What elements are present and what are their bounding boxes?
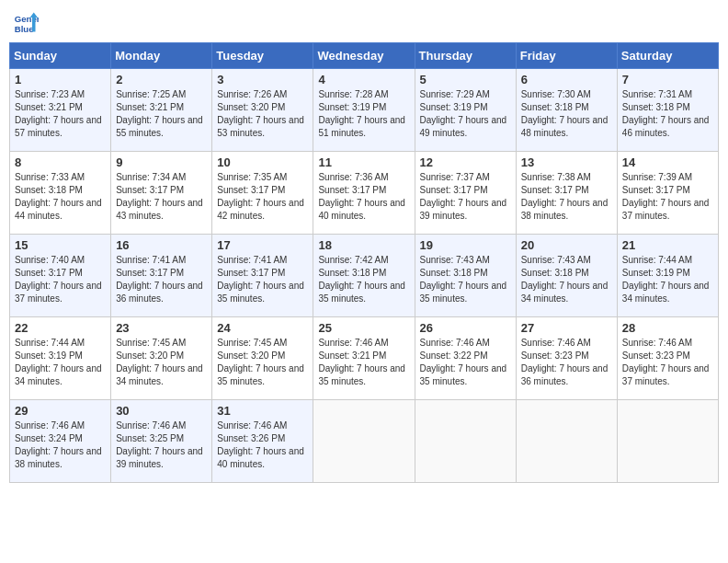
sunset-label: Sunset: 3:18 PM <box>521 102 589 112</box>
sunrise-label: Sunrise: 7:37 AM <box>420 172 490 182</box>
weekday-header-monday: Monday <box>111 43 212 69</box>
day-info: Sunrise: 7:46 AM Sunset: 3:23 PM Dayligh… <box>521 337 612 388</box>
daylight-label: Daylight: 7 hours and 53 minutes. <box>217 115 304 138</box>
sunrise-label: Sunrise: 7:46 AM <box>116 420 186 431</box>
day-info: Sunrise: 7:43 AM Sunset: 3:18 PM Dayligh… <box>420 254 511 305</box>
sunrise-label: Sunrise: 7:26 AM <box>217 89 287 99</box>
calendar-cell: 26 Sunrise: 7:46 AM Sunset: 3:22 PM Dayl… <box>415 317 516 400</box>
sunrise-label: Sunrise: 7:33 AM <box>15 172 85 182</box>
daylight-label: Daylight: 7 hours and 40 minutes. <box>318 198 405 221</box>
day-number: 25 <box>318 321 409 335</box>
daylight-label: Daylight: 7 hours and 57 minutes. <box>15 115 102 138</box>
calendar-cell: 9 Sunrise: 7:34 AM Sunset: 3:17 PM Dayli… <box>111 152 212 235</box>
sunrise-label: Sunrise: 7:46 AM <box>318 338 388 348</box>
sunrise-label: Sunrise: 7:28 AM <box>318 89 388 99</box>
sunrise-label: Sunrise: 7:41 AM <box>217 255 287 265</box>
logo-icon: General Blue <box>13 9 39 35</box>
sunrise-label: Sunrise: 7:30 AM <box>521 89 591 99</box>
day-info: Sunrise: 7:30 AM Sunset: 3:18 PM Dayligh… <box>521 88 612 140</box>
sunrise-label: Sunrise: 7:34 AM <box>116 172 186 182</box>
day-number: 15 <box>15 238 106 252</box>
weekday-header-thursday: Thursday <box>415 43 516 69</box>
calendar-cell: 24 Sunrise: 7:45 AM Sunset: 3:20 PM Dayl… <box>212 317 313 400</box>
day-info: Sunrise: 7:28 AM Sunset: 3:19 PM Dayligh… <box>318 88 409 140</box>
day-number: 28 <box>622 321 713 335</box>
sunset-label: Sunset: 3:18 PM <box>622 102 690 112</box>
daylight-label: Daylight: 7 hours and 44 minutes. <box>15 198 102 221</box>
sunrise-label: Sunrise: 7:46 AM <box>15 420 85 431</box>
daylight-label: Daylight: 7 hours and 34 minutes. <box>15 363 102 386</box>
sunset-label: Sunset: 3:17 PM <box>116 268 184 278</box>
day-info: Sunrise: 7:46 AM Sunset: 3:23 PM Dayligh… <box>622 337 713 388</box>
day-number: 26 <box>420 321 511 335</box>
sunset-label: Sunset: 3:17 PM <box>15 268 83 278</box>
calendar-cell: 2 Sunrise: 7:25 AM Sunset: 3:21 PM Dayli… <box>111 69 212 152</box>
calendar-cell: 12 Sunrise: 7:37 AM Sunset: 3:17 PM Dayl… <box>415 152 516 235</box>
daylight-label: Daylight: 7 hours and 35 minutes. <box>420 281 507 304</box>
daylight-label: Daylight: 7 hours and 42 minutes. <box>217 198 304 221</box>
day-info: Sunrise: 7:25 AM Sunset: 3:21 PM Dayligh… <box>116 88 207 140</box>
daylight-label: Daylight: 7 hours and 39 minutes. <box>420 198 507 221</box>
sunrise-label: Sunrise: 7:46 AM <box>420 338 490 348</box>
day-number: 31 <box>217 404 308 418</box>
day-number: 17 <box>217 238 308 252</box>
calendar-cell: 7 Sunrise: 7:31 AM Sunset: 3:18 PM Dayli… <box>617 69 718 152</box>
calendar-cell: 30 Sunrise: 7:46 AM Sunset: 3:25 PM Dayl… <box>111 400 212 483</box>
sunset-label: Sunset: 3:23 PM <box>521 350 589 361</box>
day-number: 4 <box>318 73 409 86</box>
day-info: Sunrise: 7:23 AM Sunset: 3:21 PM Dayligh… <box>15 88 106 140</box>
day-number: 23 <box>116 321 207 335</box>
day-info: Sunrise: 7:33 AM Sunset: 3:18 PM Dayligh… <box>15 171 106 223</box>
day-number: 20 <box>521 238 612 252</box>
day-info: Sunrise: 7:44 AM Sunset: 3:19 PM Dayligh… <box>622 254 713 305</box>
day-number: 8 <box>15 155 106 169</box>
weekday-header-row: SundayMondayTuesdayWednesdayThursdayFrid… <box>10 43 719 69</box>
calendar-cell: 28 Sunrise: 7:46 AM Sunset: 3:23 PM Dayl… <box>617 317 718 400</box>
sunset-label: Sunset: 3:19 PM <box>622 268 690 278</box>
day-number: 18 <box>318 238 409 252</box>
logo: General Blue <box>13 9 42 35</box>
calendar-cell: 31 Sunrise: 7:46 AM Sunset: 3:26 PM Dayl… <box>212 400 313 483</box>
calendar-cell: 20 Sunrise: 7:43 AM Sunset: 3:18 PM Dayl… <box>516 235 617 317</box>
day-info: Sunrise: 7:46 AM Sunset: 3:24 PM Dayligh… <box>15 419 106 471</box>
week-row-3: 15 Sunrise: 7:40 AM Sunset: 3:17 PM Dayl… <box>10 235 719 317</box>
calendar-cell <box>415 400 516 483</box>
sunset-label: Sunset: 3:20 PM <box>116 350 184 361</box>
calendar-cell: 16 Sunrise: 7:41 AM Sunset: 3:17 PM Dayl… <box>111 235 212 317</box>
weekday-header-sunday: Sunday <box>10 43 111 69</box>
day-info: Sunrise: 7:46 AM Sunset: 3:26 PM Dayligh… <box>217 419 308 471</box>
sunrise-label: Sunrise: 7:44 AM <box>622 255 692 265</box>
sunset-label: Sunset: 3:17 PM <box>318 185 386 195</box>
daylight-label: Daylight: 7 hours and 34 minutes. <box>521 281 609 304</box>
calendar-cell: 11 Sunrise: 7:36 AM Sunset: 3:17 PM Dayl… <box>313 152 415 235</box>
weekday-header-saturday: Saturday <box>617 43 718 69</box>
day-number: 11 <box>318 155 409 169</box>
sunset-label: Sunset: 3:19 PM <box>420 102 488 112</box>
sunset-label: Sunset: 3:20 PM <box>217 350 285 361</box>
calendar-cell: 15 Sunrise: 7:40 AM Sunset: 3:17 PM Dayl… <box>10 235 111 317</box>
sunset-label: Sunset: 3:21 PM <box>15 102 83 112</box>
day-info: Sunrise: 7:41 AM Sunset: 3:17 PM Dayligh… <box>217 254 308 305</box>
sunrise-label: Sunrise: 7:42 AM <box>318 255 388 265</box>
sunset-label: Sunset: 3:17 PM <box>116 185 184 195</box>
sunrise-label: Sunrise: 7:39 AM <box>622 172 692 182</box>
day-number: 21 <box>622 238 713 252</box>
day-number: 7 <box>622 73 713 86</box>
sunrise-label: Sunrise: 7:45 AM <box>217 338 287 348</box>
svg-text:Blue: Blue <box>15 24 34 34</box>
day-info: Sunrise: 7:29 AM Sunset: 3:19 PM Dayligh… <box>420 88 511 140</box>
daylight-label: Daylight: 7 hours and 34 minutes. <box>622 281 710 304</box>
sunrise-label: Sunrise: 7:43 AM <box>521 255 591 265</box>
daylight-label: Daylight: 7 hours and 38 minutes. <box>15 446 102 469</box>
calendar-cell: 8 Sunrise: 7:33 AM Sunset: 3:18 PM Dayli… <box>10 152 111 235</box>
daylight-label: Daylight: 7 hours and 34 minutes. <box>116 363 203 386</box>
daylight-label: Daylight: 7 hours and 46 minutes. <box>622 115 710 138</box>
day-info: Sunrise: 7:46 AM Sunset: 3:22 PM Dayligh… <box>420 337 511 388</box>
day-number: 6 <box>521 73 612 86</box>
sunrise-label: Sunrise: 7:40 AM <box>15 255 85 265</box>
sunset-label: Sunset: 3:25 PM <box>116 433 184 443</box>
calendar-cell: 21 Sunrise: 7:44 AM Sunset: 3:19 PM Dayl… <box>617 235 718 317</box>
header: General Blue <box>9 9 719 35</box>
sunset-label: Sunset: 3:17 PM <box>622 185 690 195</box>
day-info: Sunrise: 7:37 AM Sunset: 3:17 PM Dayligh… <box>420 171 511 223</box>
